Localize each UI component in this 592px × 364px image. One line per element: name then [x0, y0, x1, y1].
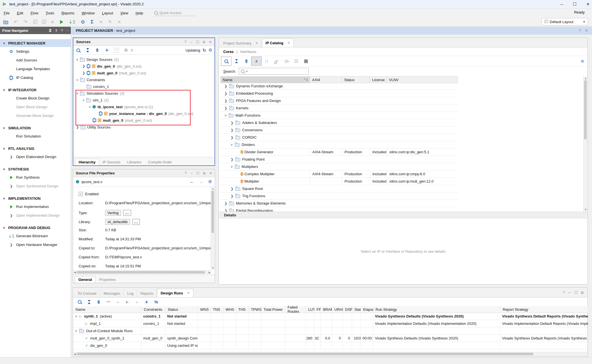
tree-expanded-icon[interactable]: ∨ [75, 314, 77, 318]
gear-icon[interactable]: ⚙ [581, 59, 584, 63]
tree-collapsed-icon[interactable]: ❯ [82, 71, 85, 75]
menu-flow[interactable]: Flow [27, 8, 42, 17]
tab-properties[interactable]: Properties [96, 276, 119, 283]
settings-gear-icon[interactable]: ⚙ [81, 19, 85, 25]
close-button[interactable]: ✕ [586, 2, 590, 7]
ip-row-divider-generator[interactable]: Divider GeneratorAXI4-StreamProductionIn… [220, 148, 458, 156]
collapse-all-icon[interactable] [83, 46, 92, 54]
close-panel-icon[interactable]: ✕ [209, 171, 212, 175]
tree-collapsed-icon[interactable]: ❯ [231, 128, 233, 132]
ip-row-trig-functions[interactable]: ❯Trig Functions [220, 192, 458, 200]
sidebar-item-run-implementation[interactable]: Run Implementation [0, 202, 71, 211]
help-icon[interactable]: ? [563, 290, 565, 295]
tree-expanded-icon[interactable]: ∨ [76, 58, 78, 61]
ip-row-adders-subtracters[interactable]: ❯Adders & Subtracters [220, 119, 458, 126]
tree-item-tb-ipcore-test[interactable]: ∨tb_ipcore_test (ipcore_test.v) (1) [74, 103, 211, 110]
help-icon[interactable]: ? [185, 171, 187, 175]
sidebar-section-project-manager[interactable]: ∨PROJECT MANAGER [0, 39, 71, 47]
sidebar-item-open-hardware-manager[interactable]: ❯Open Hardware Manager [0, 240, 71, 249]
column-header-status[interactable]: Status [165, 306, 198, 312]
vertical-scrollbar[interactable]: ▲ ▼ [583, 76, 587, 212]
column-header-ff[interactable]: FF [314, 306, 321, 312]
maximize-panel-icon[interactable]: ☐ [574, 290, 578, 295]
column-header-axi4[interactable]: AXI4 [310, 77, 342, 83]
column-header-wns[interactable]: WNS [198, 306, 211, 312]
maximize-panel-icon[interactable]: ☐ [196, 40, 199, 44]
sidebar-section-ip-integrator[interactable]: ∨IP INTEGRATOR [0, 86, 71, 94]
tree-expanded-icon[interactable]: ∨ [231, 143, 233, 147]
report-sigma-icon[interactable]: Σ [91, 19, 94, 25]
column-header-status[interactable]: Status [342, 77, 370, 83]
tree-expanded-icon[interactable]: ∨ [76, 92, 78, 95]
tree-expanded-icon[interactable]: ∨ [76, 78, 78, 82]
quick-access-input[interactable]: Quick Access [154, 10, 196, 16]
tree-collapsed-icon[interactable]: ❯ [224, 106, 227, 110]
column-header-failed_routes[interactable]: Failed Routes [285, 306, 306, 312]
menu-window[interactable]: Window [78, 8, 98, 17]
minimize-panel-icon[interactable]: ─ [190, 40, 193, 44]
tree-item-utility-sources[interactable]: ❯Utility Sources [74, 124, 211, 130]
column-header-elapsed[interactable]: Elapsed [361, 306, 373, 312]
column-header-license[interactable]: License [370, 77, 387, 83]
run-icon[interactable] [60, 20, 63, 24]
horizontal-scrollbar[interactable]: ◀ [73, 352, 587, 356]
column-header-lut[interactable]: LUT [306, 306, 314, 312]
ip-row-complex-multiplier[interactable]: Complex MultiplierAXI4-StreamProductionI… [220, 170, 458, 178]
percent-icon[interactable]: % [151, 298, 161, 306]
sidebar-item-generate-bitstream[interactable]: ⇣0110Generate Bitstream [0, 232, 71, 240]
expand-icon[interactable]: ⇕ [55, 29, 58, 32]
layout-selector[interactable]: Default Layout ▼ [542, 18, 588, 25]
menu-edit[interactable]: Edit [13, 8, 27, 17]
column-header-run_strategy[interactable]: Run Strategy [373, 306, 500, 312]
maximize-panel-icon[interactable]: ☐ [196, 171, 200, 175]
property-value-box[interactable]: xil_defaultlib [105, 219, 130, 225]
sidebar-section-rtl-analysis[interactable]: ∨RTL ANALYSIS [0, 145, 71, 152]
tree-item-mult-gen-0[interactable]: ❯mult_gen_0 (mult_gen_0.xci) [74, 70, 211, 76]
ip-row-kernels[interactable]: ❯Kernels [220, 105, 458, 112]
column-header-bram[interactable]: BRAM [321, 306, 332, 312]
tab-hierarchy[interactable]: Hierarchy [75, 159, 99, 165]
minimize-panel-icon[interactable]: ─ [190, 171, 193, 175]
column-header-report_strategy[interactable]: Report Strategy [500, 306, 588, 312]
menu-view[interactable]: View [117, 8, 132, 17]
sidebar-item-run-synthesis[interactable]: Run Synthesis [0, 173, 71, 182]
float-panel-icon[interactable]: ⧉ [203, 40, 205, 44]
ip-row-dividers[interactable]: ∨Dividers [220, 141, 458, 148]
tree-collapsed-icon[interactable]: ❯ [82, 64, 85, 68]
ip-row-square-root[interactable]: ❯Square Root [220, 185, 458, 192]
tab-ip-sources[interactable]: IP Sources [99, 159, 124, 165]
minimize-panel-icon[interactable]: ─ [66, 29, 69, 32]
tree-collapsed-icon[interactable]: ❯ [231, 136, 233, 139]
tree-item-sim-1[interactable]: ∨sim_1 (2) [74, 97, 211, 103]
ip-row-memories-storage-elements[interactable]: ❯Memories & Storage Elements [220, 200, 458, 207]
tree-item-simulation-sources[interactable]: ∨Simulation Sources (2) [74, 90, 211, 97]
sidebar-item-open-elaborated-design[interactable]: ❯Open Elaborated Design [0, 152, 71, 161]
collapse-all-icon[interactable] [49, 28, 52, 32]
gear-icon[interactable]: ⚙ [208, 179, 212, 184]
sidebar-section-implementation[interactable]: ∨IMPLEMENTATION [0, 194, 71, 202]
run-row-synth-1[interactable]: ∨▷synth_1 (active)constrs_1Not startedVi… [73, 313, 587, 320]
help-icon[interactable]: ? [184, 40, 186, 44]
menu-layout[interactable]: Layout [98, 8, 117, 17]
minimize-panel-icon[interactable]: ─ [568, 290, 571, 295]
column-header-tns[interactable]: TNS [211, 306, 223, 312]
menu-tools[interactable]: Tools [42, 8, 58, 17]
tab-libraries[interactable]: Libraries [124, 159, 145, 165]
tree-item-mult-gen-0[interactable]: mult_gen_0 (mult_gen_0.xci) [74, 117, 211, 124]
run-row-impl-1[interactable]: ▷impl_1constrs_1Not startedVivado Implem… [73, 320, 587, 327]
expand-all-icon[interactable] [94, 298, 103, 306]
tree-collapsed-icon[interactable]: ❯ [224, 201, 227, 205]
sidebar-section-program-and-debug[interactable]: ∨PROGRAM AND DEBUG [0, 224, 71, 232]
ip-row-cordic[interactable]: ❯CORDIC [220, 134, 458, 141]
tab-compile-order[interactable]: Compile Order [145, 159, 175, 165]
tab-design-runs[interactable]: Design Runs✕ [157, 289, 194, 297]
run-row-div-gen-0[interactable]: ✓div_gen_0Using cached IP results [73, 342, 587, 349]
column-header-ths[interactable]: THS [236, 306, 249, 312]
column-header-constraints[interactable]: Constraints [142, 306, 165, 312]
ip-row-math-functions[interactable]: ∨Math Functions [220, 112, 458, 119]
sidebar-item-language-templates[interactable]: Language Templates [0, 65, 71, 73]
gear-icon[interactable]: ⚙ [209, 48, 212, 53]
column-header-tpws[interactable]: TPWS [249, 306, 261, 312]
run-row-mult-gen-0-synth-1[interactable]: ✓mult_gen_0_synth_1mult_gen_0synth_desig… [73, 335, 587, 342]
tree-collapsed-icon[interactable]: ❯ [224, 92, 227, 96]
